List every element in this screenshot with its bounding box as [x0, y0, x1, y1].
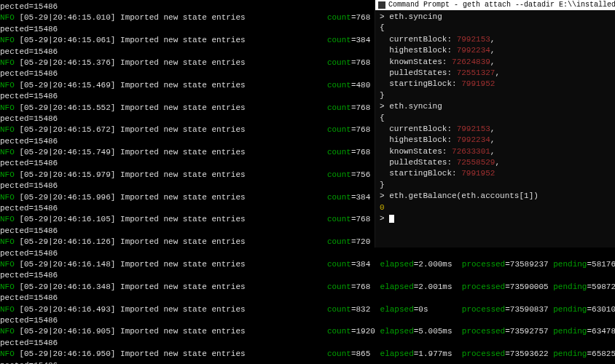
brace: }	[380, 90, 611, 101]
object-field: startingBlock: 7991952	[380, 79, 611, 90]
prompt-line: > eth.syncing	[380, 12, 611, 23]
log-line: NFO [05-29|20:46:16.493] Imported new st…	[0, 304, 615, 315]
log-line: pected=15486	[0, 270, 615, 281]
console-body[interactable]: > eth.syncing { currentBlock: 7992153, h…	[375, 10, 615, 226]
log-line: pected=15486	[0, 338, 615, 349]
cmd-icon	[378, 1, 385, 9]
object-field: highestBlock: 7992234,	[380, 135, 611, 146]
log-line: NFO [05-29|20:46:16.905] Imported new st…	[0, 326, 615, 337]
cursor-icon	[389, 215, 394, 223]
result-line: 0	[380, 202, 611, 213]
object-field: currentBlock: 7992153,	[380, 34, 611, 45]
log-line: pected=15486	[0, 248, 615, 259]
log-line: NFO [05-29|20:46:16.348] Imported new st…	[0, 282, 615, 293]
object-field: knownStates: 72624839,	[380, 57, 611, 68]
prompt-line: > eth.getBalance(eth.accounts[1])	[380, 191, 611, 202]
brace: {	[380, 113, 611, 124]
command-prompt-window[interactable]: Command Prompt - geth attach --datadir E…	[375, 0, 615, 248]
log-line: pected=15486	[0, 293, 615, 304]
log-line: NFO [05-29|20:46:16.148] Imported new st…	[0, 259, 615, 270]
log-line: pected=15486	[0, 360, 615, 365]
object-field: knownStates: 72633301,	[380, 146, 611, 157]
window-titlebar[interactable]: Command Prompt - geth attach --datadir E…	[375, 0, 615, 10]
brace: }	[380, 180, 611, 191]
brace: {	[380, 23, 611, 33]
object-field: startingBlock: 7991952	[380, 168, 611, 179]
log-line: NFO [05-29|20:46:16.950] Imported new st…	[0, 349, 615, 360]
object-field: pulledStates: 72551327,	[380, 68, 611, 79]
log-line: pected=15486	[0, 315, 615, 326]
object-field: highestBlock: 7992234,	[380, 45, 611, 56]
object-field: currentBlock: 7992153,	[380, 124, 611, 135]
window-title: Command Prompt - geth attach --datadir E…	[388, 0, 615, 10]
prompt-line: > eth.syncing	[380, 101, 611, 112]
prompt-cursor[interactable]: >	[380, 213, 611, 224]
object-field: pulledStates: 72558529,	[380, 157, 611, 168]
